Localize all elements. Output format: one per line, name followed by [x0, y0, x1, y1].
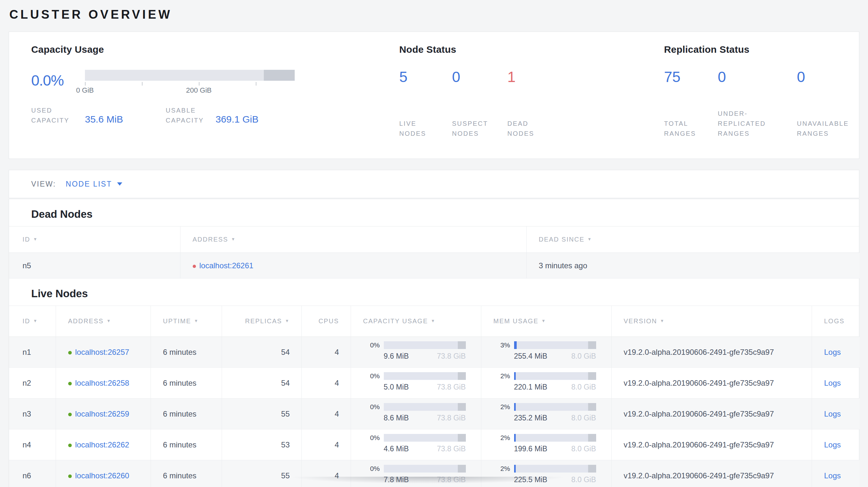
col-header-label: CPUS — [318, 318, 339, 325]
dead-nodes-metric: 1 DEAD NODES — [507, 69, 549, 139]
col-header-label: CAPACITY USAGE — [363, 318, 428, 325]
dead-status-icon — [193, 265, 196, 268]
mem-usage-total-value: 8.0 GiB — [571, 352, 596, 361]
view-selected-value: NODE LIST — [66, 180, 112, 189]
node-logs-link[interactable]: Logs — [824, 471, 841, 480]
col-header-id[interactable]: ID▼ — [9, 306, 56, 337]
live-node-row: n1localhost:262576 minutes5440%9.6 MiB73… — [9, 337, 860, 368]
node-address-link[interactable]: localhost:26262 — [75, 441, 129, 449]
mem-usage-used-value: 235.2 MiB — [514, 414, 548, 422]
live-node-row: n2localhost:262586 minutes5440%5.0 MiB73… — [9, 368, 860, 398]
capacity-usage-percent: 0% — [363, 403, 380, 411]
axis-label-0gib: 0 GiB — [76, 86, 94, 95]
capacity-usage-section: Capacity Usage 0.0% 0 GiB 200 GiB USED C… — [23, 44, 370, 125]
live-node-row: n3localhost:262596 minutes5540%8.6 MiB73… — [9, 398, 860, 429]
node-logs-cell: Logs — [812, 398, 860, 429]
node-cpus-cell: 4 — [302, 337, 351, 368]
node-address-cell: localhost:26260 — [56, 460, 151, 487]
view-selector[interactable]: NODE LIST — [66, 180, 122, 189]
node-id-cell: n3 — [9, 398, 56, 429]
node-address-cell: localhost:26258 — [56, 368, 151, 398]
used-capacity-stat: USED CAPACITY 35.6 MiB — [31, 105, 138, 125]
col-header-capacity-usage[interactable]: CAPACITY USAGE▼ — [351, 306, 481, 337]
node-version-cell: v19.2.0-alpha.20190606-2491-gfe735c9a97 — [611, 398, 812, 429]
dead-node-row: n5localhost:262613 minutes ago — [9, 253, 860, 279]
replication-status-section: Replication Status 75 TOTAL RANGES 0 UND… — [655, 44, 861, 139]
capacity-usage-bar — [384, 403, 466, 411]
capacity-usage-cell: 0%8.6 MiB73.8 GiB — [351, 398, 481, 429]
capacity-bar-reserved-segment — [264, 70, 295, 81]
col-header-address[interactable]: ADDRESS▼ — [180, 226, 526, 253]
live-status-icon — [68, 444, 72, 447]
axis-tick — [256, 82, 256, 86]
node-logs-cell: Logs — [812, 337, 860, 368]
node-address-link[interactable]: localhost:26261 — [199, 261, 253, 270]
col-header-logs: LOGS — [812, 306, 860, 337]
capacity-usage-total-value: 73.8 GiB — [437, 476, 466, 484]
mem-usage-bar-reserved-segment — [588, 341, 596, 349]
node-address-link[interactable]: localhost:26260 — [75, 471, 129, 480]
mem-usage-used-value: 225.5 MiB — [514, 476, 548, 484]
live-status-icon — [68, 351, 72, 355]
node-address-link[interactable]: localhost:26259 — [75, 410, 129, 418]
mem-usage-cell: 2%220.1 MiB8.0 GiB — [481, 368, 611, 398]
mem-usage-bar-reserved-segment — [588, 403, 596, 411]
node-logs-link[interactable]: Logs — [824, 348, 841, 356]
mem-usage-used-value: 199.6 MiB — [514, 445, 548, 453]
node-cpus-cell: 4 — [302, 429, 351, 460]
mem-usage-cell: 2%199.6 MiB8.0 GiB — [481, 429, 611, 460]
live-node-row: n6localhost:262606 minutes5540%7.8 MiB73… — [9, 460, 860, 487]
node-replicas-cell: 53 — [222, 429, 302, 460]
node-logs-link[interactable]: Logs — [824, 410, 841, 418]
sort-desc-icon: ▼ — [431, 319, 436, 323]
capacity-usage-used-value: 5.0 MiB — [384, 383, 409, 391]
col-header-replicas[interactable]: REPLICAS▼ — [222, 306, 302, 337]
col-header-dead-since[interactable]: DEAD SINCE▼ — [526, 226, 860, 253]
sort-desc-icon: ▼ — [33, 319, 38, 323]
node-address-link[interactable]: localhost:26257 — [75, 348, 129, 356]
mem-usage-cell: 2%225.5 MiB8.0 GiB — [481, 460, 611, 487]
col-header-mem-usage[interactable]: MEM USAGE▼ — [481, 306, 611, 337]
capacity-usage-bar — [384, 341, 466, 349]
mem-usage-bar — [514, 341, 596, 349]
sort-desc-icon: ▼ — [660, 319, 665, 323]
live-nodes-heading: Live Nodes — [9, 279, 859, 305]
under-replicated-ranges-count: 0 — [718, 69, 797, 85]
usable-capacity-stat: USABLE CAPACITY 369.1 GiB — [166, 105, 269, 125]
mem-usage-total-value: 8.0 GiB — [571, 383, 596, 391]
node-logs-cell: Logs — [812, 368, 860, 398]
sort-desc-icon: ▼ — [106, 319, 111, 323]
mem-usage-cell: 2%235.2 MiB8.0 GiB — [481, 398, 611, 429]
live-nodes-table: ID▼ADDRESS▼UPTIME▼REPLICAS▼CPUSCAPACITY … — [9, 305, 860, 487]
total-ranges-metric: 75 TOTAL RANGES — [664, 69, 718, 139]
mem-usage-percent: 2% — [494, 372, 510, 380]
capacity-used-percent: 0.0% — [31, 72, 71, 89]
node-replicas-cell: 54 — [222, 368, 302, 398]
node-logs-link[interactable]: Logs — [824, 441, 841, 449]
col-header-id[interactable]: ID▼ — [9, 226, 180, 253]
mem-usage-cell: 3%255.4 MiB8.0 GiB — [481, 337, 611, 368]
col-header-version[interactable]: VERSION▼ — [611, 306, 812, 337]
cluster-overview-page: CLUSTER OVERVIEW Capacity Usage 0.0% 0 G… — [0, 7, 868, 487]
mem-usage-total-value: 8.0 GiB — [571, 445, 596, 453]
suspect-nodes-metric: 0 SUSPECT NODES — [452, 69, 507, 139]
mem-usage-percent: 3% — [494, 341, 510, 349]
col-header-uptime[interactable]: UPTIME▼ — [151, 306, 222, 337]
mem-usage-bar-reserved-segment — [588, 465, 596, 473]
node-address-link[interactable]: localhost:26258 — [75, 379, 129, 387]
used-capacity-label: USED CAPACITY — [31, 105, 85, 125]
node-version-cell: v19.2.0-alpha.20190606-2491-gfe735c9a97 — [611, 460, 812, 487]
col-header-address[interactable]: ADDRESS▼ — [56, 306, 151, 337]
mem-usage-percent: 2% — [494, 465, 510, 473]
node-id-cell: n4 — [9, 429, 56, 460]
node-uptime-cell: 6 minutes — [151, 429, 222, 460]
mem-usage-bar — [514, 403, 596, 411]
total-ranges-label: TOTAL RANGES — [664, 119, 718, 139]
sort-desc-icon: ▼ — [231, 237, 236, 241]
capacity-usage-percent: 0% — [363, 465, 380, 473]
capacity-usage-used-value: 9.6 MiB — [384, 352, 409, 361]
mem-usage-bar-fill — [514, 341, 517, 349]
node-logs-link[interactable]: Logs — [824, 379, 841, 387]
node-cpus-cell: 4 — [302, 398, 351, 429]
axis-tick — [85, 82, 86, 86]
